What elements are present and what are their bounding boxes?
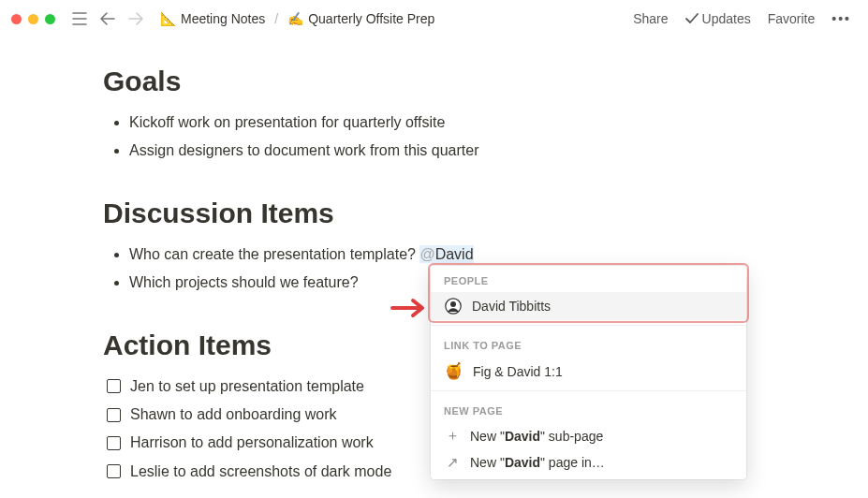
svg-point-1: [450, 301, 456, 307]
window-minimize-button[interactable]: [28, 14, 38, 24]
nav-back-button[interactable]: [96, 7, 119, 30]
todo-label: Harrison to add personalization work: [130, 429, 374, 457]
popover-page-row[interactable]: 🍯 Fig & David 1:1: [431, 357, 746, 386]
popover-section-people: PEOPLE: [431, 266, 746, 292]
goals-list: Kickoff work on presentation for quarter…: [103, 109, 765, 166]
checkbox[interactable]: [107, 379, 121, 393]
popover-section-link: LINK TO PAGE: [431, 330, 746, 357]
popover-section-newpage: NEW PAGE: [431, 396, 746, 422]
todo-label: Leslie to add screenshots of dark mode: [130, 458, 391, 486]
popover-new-page-in-row[interactable]: ↗ New "David" page in…: [431, 449, 746, 476]
share-button[interactable]: Share: [631, 9, 669, 28]
popover-new-page-in-label: New "David" page in…: [470, 455, 605, 470]
checkbox[interactable]: [107, 464, 121, 478]
arrow-left-icon: [100, 12, 115, 25]
divider: [431, 390, 746, 391]
topbar: 📐 Meeting Notes / ✍️ Quarterly Offsite P…: [0, 0, 868, 37]
breadcrumb-current-label: Quarterly Offsite Prep: [308, 11, 434, 26]
popover-new-subpage-label: New "David" sub-page: [470, 429, 603, 444]
sidebar-toggle-button[interactable]: [68, 7, 91, 30]
todo-label: Jen to set up presentation template: [130, 373, 364, 401]
checkbox[interactable]: [107, 408, 121, 422]
checkmark-icon: [685, 13, 699, 24]
mention-input[interactable]: @David: [419, 245, 473, 263]
updates-button[interactable]: Updates: [684, 9, 753, 28]
arrow-upright-icon: ↗: [444, 454, 461, 471]
heading-goals: Goals: [103, 66, 765, 97]
divider: [431, 325, 746, 326]
nav-forward-button[interactable]: [125, 7, 147, 30]
more-button[interactable]: •••: [830, 9, 853, 28]
hamburger-icon: [72, 12, 87, 25]
breadcrumb-current-icon: ✍️: [287, 11, 303, 26]
arrow-right-icon: [128, 12, 143, 25]
list-item[interactable]: Who can create the presentation template…: [129, 241, 765, 269]
popover-person-row[interactable]: David Tibbitts: [431, 292, 746, 320]
window-close-button[interactable]: [11, 14, 22, 24]
breadcrumb-parent-icon: 📐: [160, 11, 176, 26]
page-icon: 🍯: [444, 361, 463, 381]
window-maximize-button[interactable]: [45, 14, 55, 24]
topbar-actions: Share Updates Favorite •••: [631, 9, 853, 28]
breadcrumb-parent[interactable]: 📐 Meeting Notes: [156, 9, 269, 28]
mention-popover: PEOPLE David Tibbitts LINK TO PAGE 🍯 Fig…: [431, 266, 746, 479]
arrow-right-red-icon: [390, 298, 428, 318]
checkbox[interactable]: [107, 436, 121, 450]
list-item[interactable]: Assign designers to document work from t…: [129, 137, 765, 165]
breadcrumb: 📐 Meeting Notes / ✍️ Quarterly Offsite P…: [156, 9, 438, 28]
popover-person-name: David Tibbitts: [472, 299, 551, 314]
avatar-icon: [444, 297, 463, 315]
popover-new-subpage-row[interactable]: ＋ New "David" sub-page: [431, 422, 746, 449]
popover-page-name: Fig & David 1:1: [473, 364, 563, 379]
annotation-arrow: [390, 298, 428, 318]
todo-label: Shawn to add onboarding work: [130, 401, 337, 429]
favorite-button[interactable]: Favorite: [766, 9, 817, 28]
plus-icon: ＋: [444, 427, 461, 445]
breadcrumb-separator: /: [274, 11, 278, 26]
list-item[interactable]: Kickoff work on presentation for quarter…: [129, 109, 765, 137]
heading-discussion: Discussion Items: [103, 198, 765, 229]
breadcrumb-current[interactable]: ✍️ Quarterly Offsite Prep: [284, 9, 438, 28]
breadcrumb-parent-label: Meeting Notes: [181, 11, 265, 26]
window-controls: [11, 14, 55, 24]
